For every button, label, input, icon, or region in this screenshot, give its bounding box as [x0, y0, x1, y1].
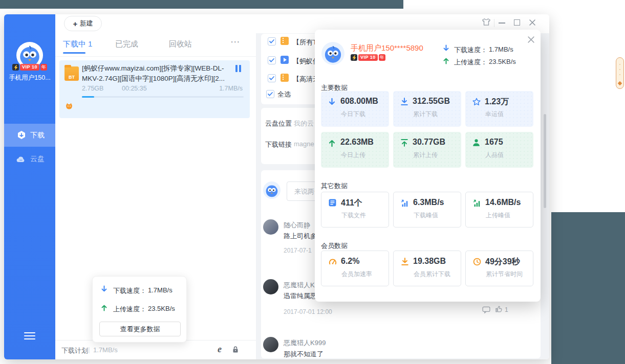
stat-card-karma: 1675 人品值	[465, 132, 533, 168]
clock-icon	[473, 258, 482, 266]
video-file-icon	[281, 56, 289, 64]
statusbar-speed: 1.7MB/s	[93, 346, 118, 354]
stat-card-time-saved: 49分39秒 累计节省时间	[465, 251, 533, 286]
stat-card-total-upload: 30.77GB 累计上传	[393, 132, 461, 168]
new-task-label: 新建	[79, 19, 93, 28]
plus-icon: +	[73, 20, 78, 28]
commenter-avatar	[263, 337, 278, 352]
file-checkbox[interactable]	[268, 37, 276, 46]
popup-dl-label: 下载速度：	[454, 46, 487, 55]
popup-username: 手机用户150****5890	[351, 43, 423, 53]
upload-arrow-icon	[328, 139, 337, 147]
tab-recycle[interactable]: 回收站	[169, 39, 192, 49]
vip-badges[interactable]: VIP 10 年	[4, 64, 55, 71]
download-link-value[interactable]: magne	[294, 140, 314, 148]
gauge-icon	[329, 258, 337, 266]
section-title-other: 其它数据	[321, 181, 348, 191]
pause-button[interactable]	[235, 65, 242, 72]
task-title: [蚂蚁仔www.mayizai.com][拆弹专家][WEB-DL- MKV-2…	[82, 63, 233, 84]
like-count: 1	[505, 306, 508, 313]
menu-hamburger-icon[interactable]	[24, 332, 35, 340]
vip-lightning-icon	[351, 54, 357, 61]
task-tabs: 下载中 1 已完成 回收站 ⋯	[55, 33, 256, 57]
stat-card-member-download: 19.38GB 会员累计下载	[393, 251, 461, 286]
file-list-icon	[329, 199, 337, 208]
dot	[619, 69, 620, 70]
status-bar: 下载计划 | 1.7MB/s e	[55, 340, 256, 359]
tooltip-ul-label: 上传速度：	[113, 305, 146, 314]
close-button[interactable]	[529, 19, 536, 28]
ie-browser-icon[interactable]: e	[218, 344, 222, 355]
select-all-label[interactable]: 全选	[277, 90, 291, 99]
divider	[494, 19, 494, 27]
progress-bar	[82, 96, 244, 98]
sidebar-item-download[interactable]: 下载	[4, 124, 55, 147]
comment-time: 2017-07-1	[284, 247, 312, 254]
reply-bubble-icon[interactable]	[482, 306, 490, 315]
task-eta: 00:25:35	[122, 85, 147, 92]
comment-text: 迅雷纯属恶	[284, 291, 317, 301]
task-speed: 1.7MB/s	[219, 85, 243, 92]
chart-peak-download-icon	[401, 199, 410, 208]
scrollbar-thumb[interactable]	[544, 114, 546, 208]
vip-year-badge: 年	[379, 54, 385, 61]
download-link-label: 下载链接	[265, 140, 292, 149]
download-arrow-icon	[443, 44, 449, 54]
download-plan-toggle[interactable]: 下载计划	[61, 346, 88, 355]
desktop: VIP 10 年 手机用户150... 下载 云盘	[0, 0, 625, 364]
stat-card-luck: 1.23万 幸运值	[465, 91, 533, 127]
popup-close-icon[interactable]	[527, 36, 535, 44]
commenter-avatar	[263, 219, 278, 235]
lock-icon[interactable]	[232, 346, 239, 355]
minimize-button[interactable]	[499, 22, 505, 24]
desktop-background-strip	[0, 0, 403, 9]
select-all-checkbox[interactable]	[266, 90, 274, 98]
divider: |	[88, 346, 90, 353]
upload-arrow-icon	[101, 304, 107, 313]
bt-folder-icon: BT	[64, 66, 79, 81]
file-checkbox[interactable]	[268, 74, 276, 82]
tab-downloading-count: 1	[88, 39, 92, 48]
vip-year-badge: 年	[40, 64, 47, 71]
commenter-name[interactable]: 恶魔猎人K	[284, 281, 315, 290]
progress-fill	[82, 96, 94, 98]
user-stats-popup: 手机用户150****5890 VIP 10 年 下载速度： 1.7MB/s 上…	[315, 30, 541, 302]
sidebar-item-cloud[interactable]: 云盘	[4, 147, 55, 170]
person-icon	[472, 139, 481, 147]
download-task-row[interactable]: BT [蚂蚁仔www.mayizai.com][拆弹专家][WEB-DL- MK…	[59, 60, 250, 118]
stat-card-today-download: 608.00MB 今日下载	[321, 91, 389, 127]
maximize-button[interactable]	[514, 19, 520, 26]
commenter-avatar	[263, 279, 278, 294]
new-task-button[interactable]: + 新建	[64, 16, 102, 31]
active-tab-underline	[63, 52, 85, 54]
download-hexagon-icon	[17, 130, 26, 141]
archive-file-icon	[281, 74, 289, 82]
download-arrow-icon	[101, 285, 107, 295]
comment-time: 2017-07-01 12:00	[284, 308, 332, 315]
comment-text: 路上司机多	[284, 232, 317, 241]
tab-downloading[interactable]: 下载中	[63, 39, 86, 49]
tab-completed[interactable]: 已完成	[115, 39, 138, 49]
stat-card-upload-peak: 14.6MB/s 上传峰值	[465, 192, 533, 228]
vip-level-badge: VIP 10	[358, 54, 378, 61]
commenter-name[interactable]: 恶魔猎人K999	[284, 338, 326, 348]
commenter-name[interactable]: 随心而静	[284, 221, 310, 230]
skin-tshirt-icon[interactable]	[482, 18, 491, 29]
diamond-icon	[618, 81, 622, 85]
tooltip-dl-value: 1.7MB/s	[148, 286, 173, 294]
view-more-data-button[interactable]: 查看更多数据	[99, 322, 181, 336]
task-size: 2.75GB	[82, 85, 103, 92]
more-menu-icon[interactable]: ⋯	[230, 36, 241, 48]
download-total-icon	[401, 258, 410, 266]
thumbs-up-icon[interactable]	[494, 305, 502, 315]
popup-ul-value: 23.5KB/s	[489, 58, 516, 65]
dot	[619, 64, 620, 65]
cloud-location-value[interactable]: 我的云	[294, 119, 314, 128]
tooltip-dl-label: 下载速度：	[113, 286, 146, 295]
popup-vip-badges: VIP 10 年	[351, 54, 385, 61]
page-side-widget-handle[interactable]	[616, 57, 624, 89]
popup-user-avatar	[321, 42, 344, 65]
cloud-disk-icon	[16, 155, 26, 162]
sidebar-username: 手机用户150...	[4, 74, 55, 82]
file-checkbox[interactable]	[268, 56, 276, 64]
